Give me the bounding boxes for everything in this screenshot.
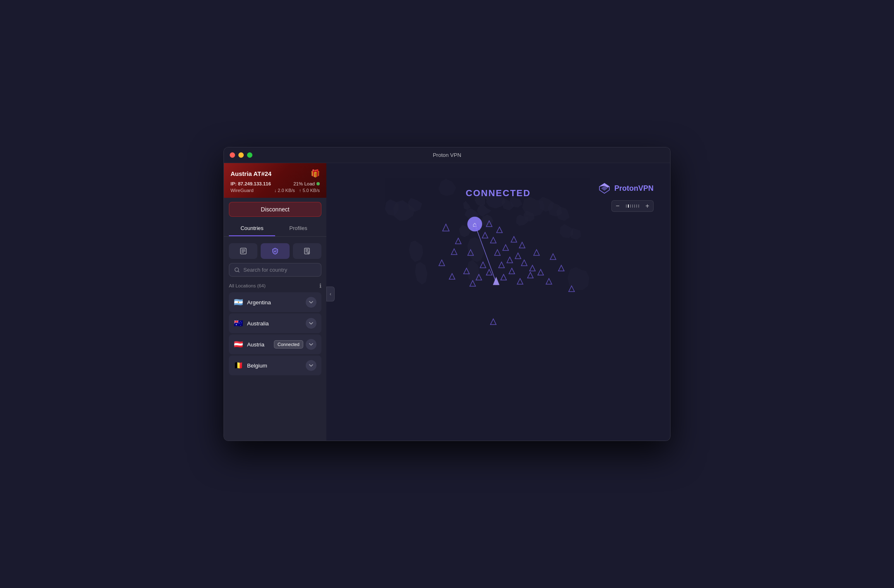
- disconnect-button[interactable]: Disconnect: [229, 202, 321, 217]
- zoom-tick-4: [632, 204, 633, 208]
- belgium-expand-button[interactable]: [306, 360, 316, 371]
- map-logo: ProtonVPN: [598, 182, 654, 195]
- close-button[interactable]: [230, 152, 235, 158]
- country-item-australia[interactable]: 🇦🇺 Australia: [229, 313, 321, 333]
- argentina-expand-button[interactable]: [306, 297, 316, 308]
- argentina-name: Argentina: [247, 299, 306, 306]
- zoom-slider: [623, 204, 642, 208]
- speed-info: ↓ 2.0 KB/s ↑ 5.0 KB/s: [274, 188, 320, 193]
- info-icon[interactable]: ℹ: [319, 282, 321, 289]
- server-header: Austria AT#24 🎁 IP: 87.249.133.116 21% L…: [224, 163, 326, 198]
- tabs: Countries Profiles: [224, 221, 326, 237]
- minimize-button[interactable]: [238, 152, 244, 158]
- country-list: 🇦🇷 Argentina 🇦🇺 Australia: [224, 292, 326, 441]
- connected-badge: Connected: [274, 340, 303, 349]
- locations-text: All Locations (64): [229, 283, 266, 288]
- map-connected-text: CONNECTED: [466, 188, 530, 199]
- maximize-button[interactable]: [247, 152, 252, 158]
- search-icon: [234, 267, 240, 273]
- argentina-flag: 🇦🇷: [234, 298, 243, 307]
- zoom-in-button[interactable]: +: [642, 201, 653, 211]
- window-controls: [230, 152, 252, 158]
- zoom-tick-5: [634, 204, 635, 208]
- server-ip: IP: 87.249.133.116: [231, 181, 271, 186]
- protocol-name: WireGuard: [231, 188, 254, 193]
- server-name: Austria AT#24: [231, 170, 271, 177]
- server-load: 21% Load: [293, 181, 320, 186]
- australia-flag: 🇦🇺: [234, 319, 243, 328]
- tab-countries[interactable]: Countries: [229, 221, 275, 236]
- load-dot: [316, 182, 320, 185]
- load-label: 21% Load: [293, 181, 315, 186]
- zoom-tick-7: [638, 204, 639, 208]
- austria-name: Austria: [247, 341, 274, 348]
- server-protocol: WireGuard ↓ 2.0 KB/s ↑ 5.0 KB/s: [231, 188, 320, 193]
- filter-buttons: [224, 241, 326, 263]
- server-header-top: Austria AT#24 🎁: [231, 169, 320, 178]
- country-item-austria[interactable]: 🇦🇹 Austria Connected: [229, 334, 321, 354]
- australia-expand-button[interactable]: [306, 318, 316, 329]
- ip-address: 87.249.133.116: [238, 181, 271, 186]
- sidebar: Austria AT#24 🎁 IP: 87.249.133.116 21% L…: [224, 163, 326, 441]
- austria-expand-button[interactable]: [306, 339, 316, 350]
- main-content: Austria AT#24 🎁 IP: 87.249.133.116 21% L…: [224, 163, 670, 441]
- sidebar-collapse-button[interactable]: ‹: [326, 287, 335, 301]
- search-input[interactable]: [243, 267, 316, 273]
- ip-label: IP:: [231, 181, 237, 186]
- gift-icon[interactable]: 🎁: [311, 169, 320, 178]
- belgium-name: Belgium: [247, 363, 306, 369]
- country-item-belgium[interactable]: 🇧🇪 Belgium: [229, 356, 321, 375]
- app-window: Proton VPN Austria AT#24 🎁 IP: 87.249.13…: [224, 147, 670, 441]
- zoom-out-button[interactable]: −: [612, 201, 623, 211]
- zoom-tick-6: [636, 204, 637, 208]
- filter-all-button[interactable]: [229, 243, 257, 259]
- zoom-controls: − +: [611, 200, 654, 212]
- australia-name: Australia: [247, 320, 306, 327]
- country-item-argentina[interactable]: 🇦🇷 Argentina: [229, 292, 321, 312]
- filter-p2p-button[interactable]: [293, 243, 321, 259]
- search-box: [229, 263, 321, 277]
- filter-secure-core-button[interactable]: [261, 243, 289, 259]
- proton-logo-text: ProtonVPN: [614, 184, 654, 193]
- austria-flag: 🇦🇹: [234, 340, 243, 349]
- zoom-tick-3: [630, 204, 631, 208]
- window-title: Proton VPN: [433, 152, 461, 158]
- zoom-tick-1: [626, 204, 627, 208]
- tab-profiles[interactable]: Profiles: [275, 221, 321, 236]
- upload-speed: ↑ 5.0 KB/s: [299, 188, 320, 193]
- download-speed: ↓ 2.0 KB/s: [274, 188, 295, 193]
- belgium-flag: 🇧🇪: [234, 361, 243, 370]
- map-area: CONNECTED ProtonVPN −: [326, 163, 670, 441]
- proton-logo-icon: [598, 182, 611, 195]
- locations-count: All Locations (64) ℹ: [224, 281, 326, 292]
- titlebar: Proton VPN: [224, 147, 670, 163]
- zoom-tick-2: [628, 204, 629, 208]
- server-details: IP: 87.249.133.116 21% Load: [231, 181, 320, 186]
